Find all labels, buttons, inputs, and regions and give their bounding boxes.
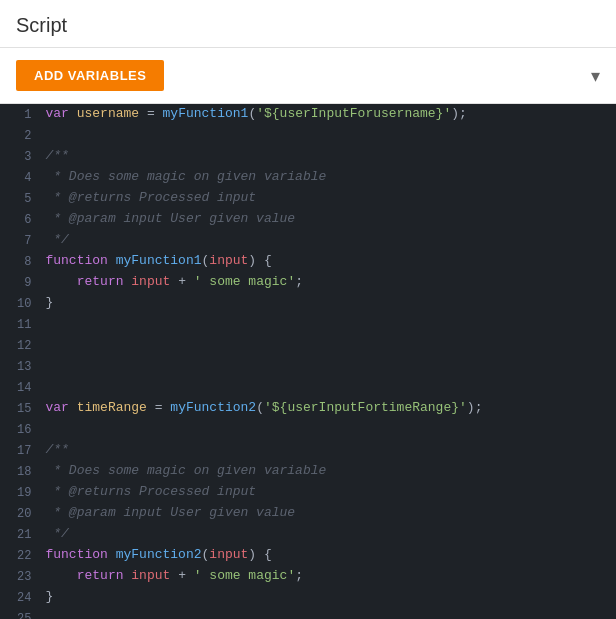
line-number: 4: [0, 167, 41, 188]
chevron-down-icon[interactable]: ▾: [591, 65, 600, 87]
line-code: [41, 377, 616, 398]
table-row: 14: [0, 377, 616, 398]
table-row: 19 * @returns Processed input: [0, 482, 616, 503]
table-row: 5 * @returns Processed input: [0, 188, 616, 209]
line-number: 17: [0, 440, 41, 461]
line-code: */: [41, 230, 616, 251]
table-row: 22 function myFunction2(input) {: [0, 545, 616, 566]
line-code: var username = myFunction1('${userInputF…: [41, 104, 616, 125]
line-number: 6: [0, 209, 41, 230]
line-code: * @returns Processed input: [41, 482, 616, 503]
line-code: [41, 314, 616, 335]
line-number: 16: [0, 419, 41, 440]
table-row: 12: [0, 335, 616, 356]
table-row: 21 */: [0, 524, 616, 545]
line-number: 22: [0, 545, 41, 566]
table-row: 18 * Does some magic on given variable: [0, 461, 616, 482]
line-code: /**: [41, 440, 616, 461]
line-code: }: [41, 587, 616, 608]
line-number: 25: [0, 608, 41, 619]
toolbar: ADD VARIABLES ▾: [0, 48, 616, 104]
page-title: Script: [0, 0, 616, 48]
line-number: 24: [0, 587, 41, 608]
line-code: /**: [41, 146, 616, 167]
line-code: function myFunction2(input) {: [41, 545, 616, 566]
table-row: 2: [0, 125, 616, 146]
line-number: 15: [0, 398, 41, 419]
line-code: [41, 608, 616, 619]
line-number: 10: [0, 293, 41, 314]
line-code: [41, 356, 616, 377]
line-code: return input + ' some magic';: [41, 272, 616, 293]
line-number: 13: [0, 356, 41, 377]
line-code: * @returns Processed input: [41, 188, 616, 209]
line-number: 18: [0, 461, 41, 482]
line-code: * Does some magic on given variable: [41, 167, 616, 188]
table-row: 25: [0, 608, 616, 619]
table-row: 7 */: [0, 230, 616, 251]
line-number: 8: [0, 251, 41, 272]
table-row: 20 * @param input User given value: [0, 503, 616, 524]
line-number: 12: [0, 335, 41, 356]
table-row: 16: [0, 419, 616, 440]
table-row: 23 return input + ' some magic';: [0, 566, 616, 587]
line-number: 9: [0, 272, 41, 293]
line-code: }: [41, 293, 616, 314]
table-row: 6 * @param input User given value: [0, 209, 616, 230]
line-number: 23: [0, 566, 41, 587]
line-number: 3: [0, 146, 41, 167]
add-variables-button[interactable]: ADD VARIABLES: [16, 60, 164, 91]
line-number: 1: [0, 104, 41, 125]
line-code: * @param input User given value: [41, 209, 616, 230]
code-editor: 1 var username = myFunction1('${userInpu…: [0, 104, 616, 619]
line-code: var timeRange = myFunction2('${userInput…: [41, 398, 616, 419]
table-row: 24 }: [0, 587, 616, 608]
table-row: 4 * Does some magic on given variable: [0, 167, 616, 188]
line-code: [41, 125, 616, 146]
line-code: */: [41, 524, 616, 545]
code-table: 1 var username = myFunction1('${userInpu…: [0, 104, 616, 619]
table-row: 11: [0, 314, 616, 335]
line-code: [41, 419, 616, 440]
line-number: 14: [0, 377, 41, 398]
line-code: * Does some magic on given variable: [41, 461, 616, 482]
line-code: function myFunction1(input) {: [41, 251, 616, 272]
line-number: 7: [0, 230, 41, 251]
line-number: 21: [0, 524, 41, 545]
table-row: 8 function myFunction1(input) {: [0, 251, 616, 272]
table-row: 13: [0, 356, 616, 377]
table-row: 9 return input + ' some magic';: [0, 272, 616, 293]
table-row: 1 var username = myFunction1('${userInpu…: [0, 104, 616, 125]
line-number: 20: [0, 503, 41, 524]
line-code: * @param input User given value: [41, 503, 616, 524]
line-number: 5: [0, 188, 41, 209]
line-number: 2: [0, 125, 41, 146]
line-number: 11: [0, 314, 41, 335]
line-code: [41, 335, 616, 356]
line-number: 19: [0, 482, 41, 503]
line-code: return input + ' some magic';: [41, 566, 616, 587]
table-row: 15 var timeRange = myFunction2('${userIn…: [0, 398, 616, 419]
table-row: 3 /**: [0, 146, 616, 167]
table-row: 17 /**: [0, 440, 616, 461]
table-row: 10 }: [0, 293, 616, 314]
